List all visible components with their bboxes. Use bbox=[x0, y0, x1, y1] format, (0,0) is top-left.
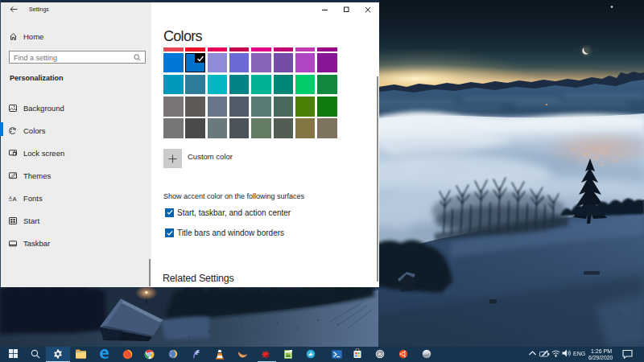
svg-text:A: A bbox=[9, 195, 12, 200]
svg-text:A: A bbox=[13, 195, 17, 202]
